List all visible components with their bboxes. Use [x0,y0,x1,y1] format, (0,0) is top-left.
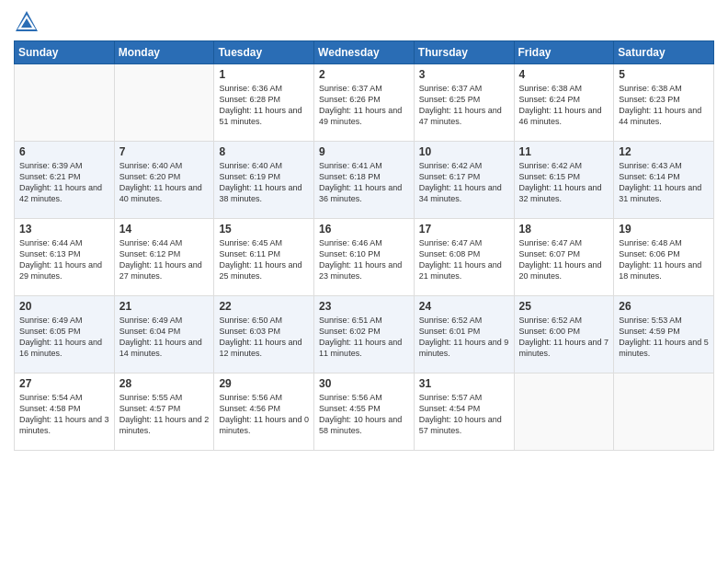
cell-info: Sunrise: 6:37 AM Sunset: 6:26 PM Dayligh… [319,83,409,128]
calendar-cell: 19Sunrise: 6:48 AM Sunset: 6:06 PM Dayli… [614,219,714,296]
cell-info: Sunrise: 5:55 AM Sunset: 4:57 PM Dayligh… [119,392,210,437]
day-number: 14 [119,223,210,236]
week-row-3: 13Sunrise: 6:44 AM Sunset: 6:13 PM Dayli… [15,219,714,296]
calendar-cell: 24Sunrise: 6:52 AM Sunset: 6:01 PM Dayli… [414,296,514,373]
weekday-header-row: SundayMondayTuesdayWednesdayThursdayFrid… [15,41,714,64]
calendar-cell: 14Sunrise: 6:44 AM Sunset: 6:12 PM Dayli… [114,219,214,296]
day-number: 11 [519,145,609,158]
cell-info: Sunrise: 6:47 AM Sunset: 6:07 PM Dayligh… [519,237,609,282]
cell-info: Sunrise: 6:44 AM Sunset: 6:12 PM Dayligh… [119,237,210,282]
cell-info: Sunrise: 5:53 AM Sunset: 4:59 PM Dayligh… [619,315,709,360]
day-number: 1 [219,68,309,81]
day-number: 6 [19,145,109,158]
cell-info: Sunrise: 6:38 AM Sunset: 6:23 PM Dayligh… [619,83,709,128]
cell-info: Sunrise: 6:42 AM Sunset: 6:15 PM Dayligh… [519,160,609,205]
weekday-header-monday: Monday [114,41,214,64]
cell-info: Sunrise: 6:49 AM Sunset: 6:04 PM Dayligh… [119,315,210,360]
day-number: 5 [619,68,709,81]
day-number: 16 [319,223,409,236]
day-number: 23 [319,300,409,313]
calendar-cell: 29Sunrise: 5:56 AM Sunset: 4:56 PM Dayli… [214,373,314,451]
week-row-2: 6Sunrise: 6:39 AM Sunset: 6:21 PM Daylig… [15,142,714,219]
day-number: 8 [219,145,309,158]
day-number: 25 [519,300,609,313]
cell-info: Sunrise: 5:57 AM Sunset: 4:54 PM Dayligh… [419,392,509,437]
day-number: 27 [19,377,109,390]
calendar-cell [514,373,614,451]
cell-info: Sunrise: 6:37 AM Sunset: 6:25 PM Dayligh… [419,83,509,128]
calendar-cell [15,64,115,142]
day-number: 9 [319,145,409,158]
calendar-cell: 9Sunrise: 6:41 AM Sunset: 6:18 PM Daylig… [314,142,415,219]
calendar-cell: 25Sunrise: 6:52 AM Sunset: 6:00 PM Dayli… [514,296,614,373]
cell-info: Sunrise: 6:39 AM Sunset: 6:21 PM Dayligh… [19,160,109,205]
calendar-cell: 17Sunrise: 6:47 AM Sunset: 6:08 PM Dayli… [414,219,514,296]
cell-info: Sunrise: 6:41 AM Sunset: 6:18 PM Dayligh… [319,160,409,205]
cell-info: Sunrise: 6:48 AM Sunset: 6:06 PM Dayligh… [619,237,709,282]
day-number: 19 [619,223,709,236]
day-number: 18 [519,223,609,236]
calendar-cell: 13Sunrise: 6:44 AM Sunset: 6:13 PM Dayli… [15,219,115,296]
calendar-cell: 16Sunrise: 6:46 AM Sunset: 6:10 PM Dayli… [314,219,415,296]
calendar-cell: 5Sunrise: 6:38 AM Sunset: 6:23 PM Daylig… [614,64,714,142]
calendar-cell: 2Sunrise: 6:37 AM Sunset: 6:26 PM Daylig… [314,64,415,142]
day-number: 24 [419,300,509,313]
cell-info: Sunrise: 6:46 AM Sunset: 6:10 PM Dayligh… [319,237,409,282]
cell-info: Sunrise: 6:43 AM Sunset: 6:14 PM Dayligh… [619,160,709,205]
weekday-header-tuesday: Tuesday [214,41,314,64]
day-number: 22 [219,300,309,313]
cell-info: Sunrise: 6:49 AM Sunset: 6:05 PM Dayligh… [19,315,109,360]
calendar-cell: 6Sunrise: 6:39 AM Sunset: 6:21 PM Daylig… [15,142,115,219]
week-row-1: 1Sunrise: 6:36 AM Sunset: 6:28 PM Daylig… [15,64,714,142]
weekday-header-sunday: Sunday [15,41,115,64]
weekday-header-saturday: Saturday [614,41,714,64]
week-row-5: 27Sunrise: 5:54 AM Sunset: 4:58 PM Dayli… [15,373,714,451]
cell-info: Sunrise: 6:45 AM Sunset: 6:11 PM Dayligh… [219,237,309,282]
page: SundayMondayTuesdayWednesdayThursdayFrid… [0,0,728,563]
cell-info: Sunrise: 5:56 AM Sunset: 4:56 PM Dayligh… [219,392,309,437]
calendar-cell: 3Sunrise: 6:37 AM Sunset: 6:25 PM Daylig… [414,64,514,142]
day-number: 20 [19,300,109,313]
calendar-cell: 10Sunrise: 6:42 AM Sunset: 6:17 PM Dayli… [414,142,514,219]
day-number: 17 [419,223,509,236]
calendar-cell: 27Sunrise: 5:54 AM Sunset: 4:58 PM Dayli… [15,373,115,451]
calendar-cell: 31Sunrise: 5:57 AM Sunset: 4:54 PM Dayli… [414,373,514,451]
cell-info: Sunrise: 6:52 AM Sunset: 6:01 PM Dayligh… [419,315,509,360]
cell-info: Sunrise: 5:54 AM Sunset: 4:58 PM Dayligh… [19,392,109,437]
weekday-header-friday: Friday [514,41,614,64]
calendar-cell: 20Sunrise: 6:49 AM Sunset: 6:05 PM Dayli… [15,296,115,373]
logo-icon [14,9,40,35]
cell-info: Sunrise: 6:50 AM Sunset: 6:03 PM Dayligh… [219,315,309,360]
calendar-cell: 23Sunrise: 6:51 AM Sunset: 6:02 PM Dayli… [314,296,415,373]
calendar-cell: 15Sunrise: 6:45 AM Sunset: 6:11 PM Dayli… [214,219,314,296]
cell-info: Sunrise: 6:52 AM Sunset: 6:00 PM Dayligh… [519,315,609,360]
logo [14,9,43,35]
cell-info: Sunrise: 6:40 AM Sunset: 6:19 PM Dayligh… [219,160,309,205]
calendar-cell [614,373,714,451]
calendar-cell: 4Sunrise: 6:38 AM Sunset: 6:24 PM Daylig… [514,64,614,142]
calendar-table: SundayMondayTuesdayWednesdayThursdayFrid… [14,40,714,451]
day-number: 21 [119,300,210,313]
cell-info: Sunrise: 6:42 AM Sunset: 6:17 PM Dayligh… [419,160,509,205]
calendar-cell: 18Sunrise: 6:47 AM Sunset: 6:07 PM Dayli… [514,219,614,296]
cell-info: Sunrise: 5:56 AM Sunset: 4:55 PM Dayligh… [319,392,409,437]
day-number: 28 [119,377,210,390]
calendar-cell: 7Sunrise: 6:40 AM Sunset: 6:20 PM Daylig… [114,142,214,219]
week-row-4: 20Sunrise: 6:49 AM Sunset: 6:05 PM Dayli… [15,296,714,373]
day-number: 13 [19,223,109,236]
header [14,9,714,35]
cell-info: Sunrise: 6:47 AM Sunset: 6:08 PM Dayligh… [419,237,509,282]
day-number: 30 [319,377,409,390]
weekday-header-thursday: Thursday [414,41,514,64]
calendar-cell: 1Sunrise: 6:36 AM Sunset: 6:28 PM Daylig… [214,64,314,142]
day-number: 15 [219,223,309,236]
day-number: 7 [119,145,210,158]
cell-info: Sunrise: 6:40 AM Sunset: 6:20 PM Dayligh… [119,160,210,205]
calendar-cell: 8Sunrise: 6:40 AM Sunset: 6:19 PM Daylig… [214,142,314,219]
calendar-cell: 11Sunrise: 6:42 AM Sunset: 6:15 PM Dayli… [514,142,614,219]
day-number: 31 [419,377,509,390]
calendar-cell: 28Sunrise: 5:55 AM Sunset: 4:57 PM Dayli… [114,373,214,451]
cell-info: Sunrise: 6:36 AM Sunset: 6:28 PM Dayligh… [219,83,309,128]
day-number: 3 [419,68,509,81]
calendar-cell: 22Sunrise: 6:50 AM Sunset: 6:03 PM Dayli… [214,296,314,373]
